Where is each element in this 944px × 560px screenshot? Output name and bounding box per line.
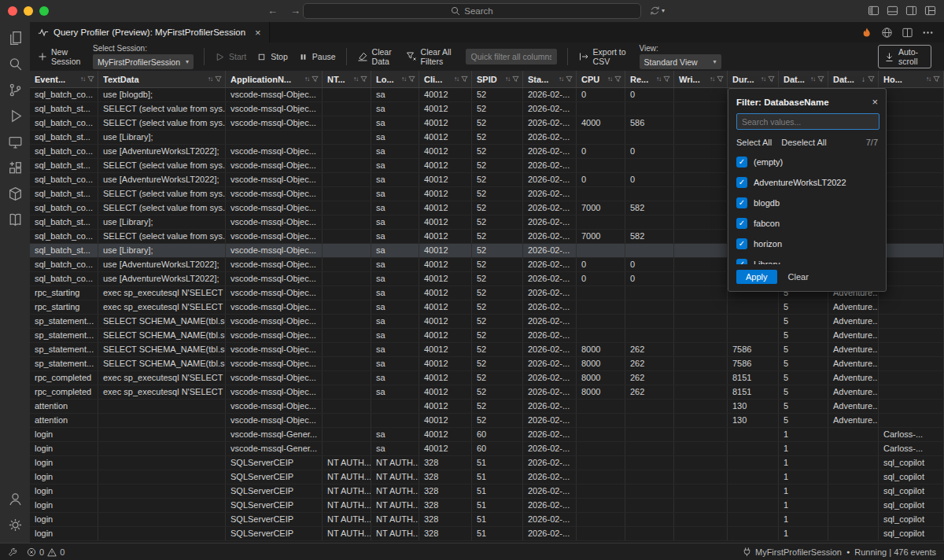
clear-button[interactable]: Clear [780,270,817,284]
sync-control[interactable]: ▾ [650,6,665,16]
column-header-reads[interactable]: Re...↑↓ [625,71,674,87]
activity-settings[interactable] [0,512,30,538]
autoscroll-button[interactable]: Auto-scroll [878,45,931,68]
filter-option-adventureworkslt2022[interactable]: ✓AdventureWorksLT2022 [736,172,886,193]
column-header-databasename[interactable]: Dat...↓ [828,71,879,87]
checkbox-icon[interactable]: ✓ [736,218,747,229]
activity-search[interactable] [0,51,30,77]
column-header-hostname[interactable]: Ho...↑↓ [879,71,944,87]
toggle-panel-icon[interactable] [887,5,898,17]
column-header-spid[interactable]: SPID↑↓ [472,71,523,87]
filter-icon[interactable] [408,76,415,83]
start-button[interactable]: Start [215,52,246,62]
sort-icon[interactable]: ↑↓ [926,76,931,83]
filter-option-blogdb[interactable]: ✓blogdb [736,193,886,213]
filter-option-empty[interactable]: ✓(empty) [736,152,886,172]
checkbox-icon[interactable]: ✓ [736,238,747,249]
sort-icon[interactable]: ↑↓ [304,76,309,83]
column-header-databaseid[interactable]: Dat...↑↓ [779,71,828,87]
tab-query-profiler[interactable]: Query Profiler (Preview): MyFirstProfile… [30,22,270,42]
activity-extensions[interactable] [0,155,30,181]
sort-icon[interactable]: ↑↓ [559,76,563,83]
filter-icon[interactable] [566,76,573,83]
close-tab-icon[interactable]: × [255,27,261,39]
filter-icon[interactable] [461,76,468,83]
sort-icon[interactable]: ↑↓ [353,76,358,83]
table-row[interactable]: loginSQLServerCEIPNT AUTH...NT AUTH...32… [30,470,944,484]
column-header-ntusername[interactable]: NT...↑↓ [323,71,371,87]
column-header-textdata[interactable]: TextData↑↓ [98,71,226,87]
table-row[interactable]: loginvscode-mssql-Gener...sa40012602026-… [30,428,944,442]
table-row[interactable]: sp_statement...SELECT SCHEMA_NAME(tbl.sc… [30,329,944,343]
filter-icon[interactable] [768,76,775,83]
filter-option-fabcon[interactable]: ✓fabcon [736,213,886,234]
customize-layout-icon[interactable] [924,5,936,17]
new-session-button[interactable]: New Session [38,47,83,66]
table-row[interactable]: attentionvscode-mssql-Objec...4001252202… [30,414,944,428]
column-header-starttime[interactable]: Sta...↑↓ [523,71,577,87]
activity-explorer[interactable] [0,25,30,51]
table-row[interactable]: loginSQLServerCEIPNT AUTH...NT AUTH...32… [30,484,944,499]
activity-database-projects[interactable] [0,181,30,207]
problems-indicator[interactable]: 0 0 [27,547,65,557]
sort-icon[interactable]: ↑↓ [401,76,406,83]
profiler-session-status[interactable]: MyFirstProfilerSession ● Running | 476 e… [742,547,936,557]
table-row[interactable]: loginSQLServerCEIPNT AUTH...NT AUTH...32… [30,527,944,541]
column-header-loginname[interactable]: Lo...↑↓ [371,71,419,87]
sort-icon[interactable]: ↑↓ [454,76,459,83]
deselect-all-button[interactable]: Deselect All [781,138,826,147]
sort-icon[interactable]: ↑↓ [80,76,85,83]
filter-icon[interactable] [360,76,367,83]
table-row[interactable]: sp_statement...SELECT SCHEMA_NAME(tbl.sc… [30,315,944,329]
export-csv-button[interactable]: Export to CSV [578,47,629,66]
filter-icon[interactable] [312,76,319,83]
forward-button[interactable]: → [290,4,301,17]
split-editor-icon[interactable] [902,27,913,39]
table-row[interactable]: loginSQLServerCEIPNT AUTH...NT AUTH...32… [30,456,944,470]
apply-button[interactable]: Apply [736,270,777,284]
sort-icon[interactable]: ↑↓ [505,76,510,83]
column-header-clientprocessid[interactable]: Cli...↑↓ [419,71,472,87]
filter-option-horizon[interactable]: ✓horizon [736,234,886,254]
more-actions-icon[interactable] [922,27,934,39]
column-header-eventclass[interactable]: Event...↑↓ [30,71,98,87]
command-center-search[interactable]: Search [303,3,641,19]
filter-icon[interactable] [512,76,519,83]
table-row[interactable]: sp_statement...SELECT SCHEMA_NAME(tbl.sc… [30,357,944,371]
stop-button[interactable]: Stop [256,52,288,62]
minimize-window-button[interactable] [24,6,33,16]
table-row[interactable]: loginSQLServerCEIPNT AUTH...NT AUTH...32… [30,499,944,513]
column-header-applicationname[interactable]: ApplicationN...↑↓ [226,71,323,87]
clear-data-button[interactable]: Clear Data [357,47,396,66]
filter-icon[interactable] [614,76,621,83]
sort-icon[interactable]: ↑↓ [208,76,212,83]
tools-indicator[interactable] [8,547,17,557]
flame-icon[interactable] [861,27,872,39]
clear-all-filters-button[interactable]: Clear All Filters [406,47,455,66]
table-row[interactable]: sp_statement...SELECT SCHEMA_NAME(tbl.sc… [30,343,944,357]
globe-icon[interactable] [881,27,893,39]
table-row[interactable]: rpc_completedexec sp_executesql N'SELECT… [30,371,944,385]
sort-icon[interactable]: ↑↓ [710,76,714,83]
filter-icon[interactable] [663,76,670,83]
sort-icon[interactable]: ↑↓ [761,76,765,83]
zoom-window-button[interactable] [39,6,49,16]
filter-icon[interactable] [215,76,222,83]
table-row[interactable]: rpc_startingexec sp_executesql N'SELECT … [30,300,944,315]
filter-icon[interactable] [717,76,724,83]
toggle-primary-sidebar-icon[interactable] [868,5,879,17]
checkbox-icon[interactable]: ✓ [736,259,747,264]
select-all-button[interactable]: Select All [736,138,772,147]
table-row[interactable]: loginSQLServerCEIPNT AUTH...NT AUTH...32… [30,513,944,527]
column-header-writes[interactable]: Wri...↑↓ [674,71,728,87]
activity-source-control[interactable] [0,77,30,103]
sort-icon[interactable]: ↑↓ [810,76,815,83]
column-header-duration[interactable]: Dur...↑↓ [728,71,779,87]
filter-icon[interactable] [87,76,94,83]
activity-account[interactable] [0,486,30,512]
toggle-secondary-sidebar-icon[interactable] [905,5,917,17]
filter-icon[interactable] [868,76,875,83]
sort-icon[interactable]: ↑↓ [607,76,612,83]
activity-remote-explorer[interactable] [0,129,30,155]
table-row[interactable]: rpc_completedexec sp_executesql N'SELECT… [30,385,944,400]
